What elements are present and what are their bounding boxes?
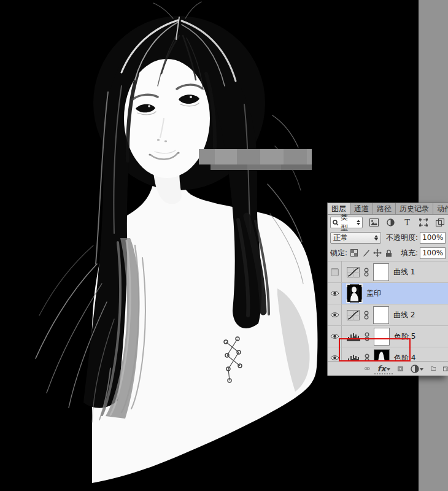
mask-link-icon — [365, 332, 369, 341]
filter-type-label: 类型 — [341, 212, 353, 233]
link-layers-icon[interactable] — [365, 366, 370, 371]
photoshop-window: 图层 通道 路径 历史记录 动作 类型 T — [0, 0, 448, 491]
mask-link-icon — [364, 268, 369, 277]
layer-name: 曲线 2 — [393, 310, 415, 320]
lock-label: 锁定: — [330, 248, 347, 258]
layer-row-curves2[interactable]: 曲线 2 — [328, 304, 448, 326]
eye-icon — [330, 312, 339, 318]
layer-row-curves1[interactable]: 曲线 1 — [328, 261, 448, 283]
censor-block — [210, 164, 247, 170]
eye-icon — [330, 355, 339, 361]
new-group-icon[interactable] — [431, 365, 436, 373]
chevron-updown-icon — [357, 220, 360, 225]
censor-block — [199, 149, 215, 164]
layer-name: 曲线 1 — [393, 267, 415, 277]
fill-label: 填充: — [401, 248, 418, 258]
layer-mask-thumbnail-black[interactable] — [374, 349, 390, 362]
visibility-toggle[interactable] — [328, 347, 342, 361]
layer-row-stamp[interactable]: 盖印 — [328, 283, 448, 304]
filter-type-dropdown[interactable]: 类型 — [330, 217, 363, 228]
panel-resize-grip[interactable] — [374, 373, 393, 374]
svg-text:T: T — [404, 218, 410, 226]
censored-watermark-bar-lower — [210, 164, 312, 170]
filter-type-layers-icon[interactable]: T — [401, 218, 412, 228]
censor-block — [237, 149, 260, 164]
layer-row-levels5[interactable]: 色阶 5 — [328, 326, 448, 347]
visibility-toggle[interactable] — [328, 304, 342, 325]
lock-move-icon[interactable] — [373, 248, 382, 258]
new-adjustment-layer-icon[interactable] — [411, 365, 419, 373]
filter-shape-layers-icon[interactable] — [418, 218, 429, 228]
eye-icon — [330, 333, 339, 339]
eye-icon — [330, 290, 339, 296]
levels-adjustment-icon — [347, 354, 360, 362]
layer-mask-thumbnail[interactable] — [373, 306, 389, 324]
layer-name: 盖印 — [366, 288, 381, 299]
censored-watermark-bar — [199, 149, 312, 164]
tab-actions[interactable]: 动作 — [433, 203, 448, 214]
lock-all-icon[interactable] — [384, 248, 393, 258]
opacity-label: 不透明度: — [386, 233, 418, 243]
layer-name: 色阶 5 — [394, 331, 415, 342]
opacity-input[interactable]: 100% — [420, 232, 446, 244]
search-icon — [333, 220, 339, 226]
layer-row-levels4[interactable]: 色阶 4 — [328, 347, 448, 361]
filter-smart-objects-icon[interactable] — [434, 218, 446, 228]
tab-channels[interactable]: 通道 — [350, 203, 373, 214]
censor-block — [281, 164, 312, 170]
stamp-layer-thumbnail[interactable] — [347, 284, 362, 303]
filter-adjustment-layers-icon[interactable] — [385, 218, 396, 228]
layer-filter-row: 类型 T — [328, 215, 448, 230]
blend-mode-value: 正常 — [333, 233, 373, 243]
lock-row: 锁定: 填充: 100% — [328, 245, 448, 261]
chevron-down-icon — [420, 368, 423, 371]
visibility-toggle[interactable] — [328, 261, 342, 282]
censor-block — [215, 149, 237, 164]
layer-name: 色阶 4 — [394, 353, 415, 362]
chevron-down-icon — [387, 368, 390, 371]
mask-link-icon — [364, 311, 369, 320]
fill-input[interactable]: 100% — [420, 247, 446, 259]
visibility-toggle[interactable] — [328, 283, 342, 304]
levels-adjustment-icon — [347, 332, 360, 341]
layers-panel: 图层 通道 路径 历史记录 动作 类型 T — [327, 203, 448, 376]
add-layer-mask-icon[interactable] — [398, 365, 403, 373]
censor-block — [247, 164, 281, 170]
new-layer-icon[interactable] — [443, 365, 448, 373]
curves-adjustment-icon — [347, 267, 360, 277]
blend-mode-select[interactable]: 正常 — [330, 232, 381, 244]
mask-link-icon — [365, 354, 369, 362]
curves-adjustment-icon — [347, 310, 360, 320]
opacity-value: 100% — [422, 233, 443, 242]
visibility-off-box — [331, 268, 339, 276]
tab-paths[interactable]: 路径 — [373, 203, 396, 214]
blend-mode-row: 正常 不透明度: 100% — [328, 230, 448, 245]
censor-block — [307, 149, 312, 164]
tab-history[interactable]: 历史记录 — [396, 203, 433, 214]
layer-mask-thumbnail[interactable] — [374, 328, 390, 346]
visibility-toggle[interactable] — [328, 326, 342, 347]
lock-paint-icon[interactable] — [361, 248, 371, 258]
chevron-updown-icon — [374, 235, 378, 241]
layer-list: 曲线 1 盖印 — [328, 261, 448, 361]
lock-transparency-icon[interactable] — [350, 248, 359, 258]
panel-footer-bar: fx — [328, 361, 448, 376]
fill-value: 100% — [422, 249, 443, 257]
censor-block — [284, 149, 307, 164]
censor-block — [260, 149, 284, 164]
layer-style-button[interactable]: fx — [377, 364, 386, 373]
filter-pixel-layers-icon[interactable] — [368, 218, 379, 228]
layer-mask-thumbnail[interactable] — [373, 263, 389, 281]
